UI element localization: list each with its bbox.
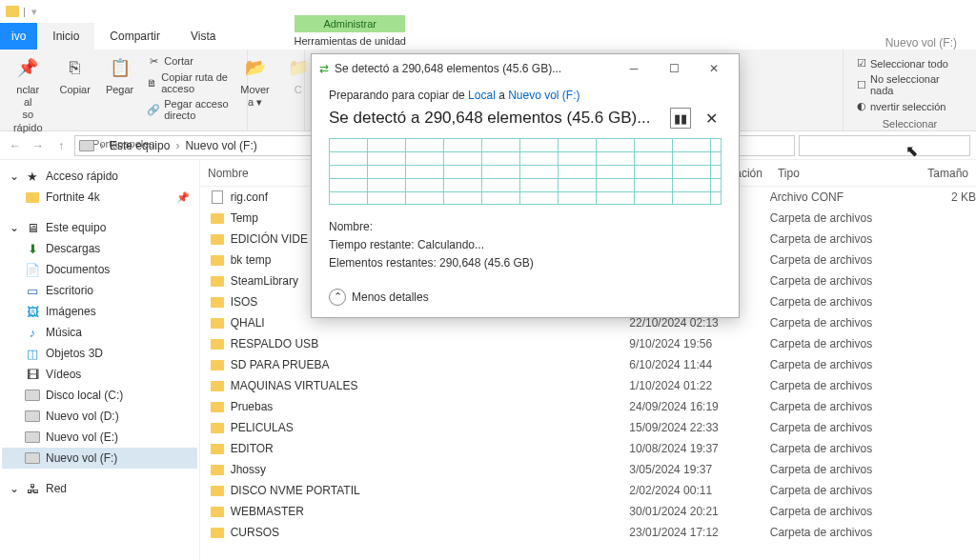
crumb-root[interactable]: Este equipo [110, 139, 170, 152]
info-remaining: Elementos restantes: 290,648 (45.6 GB) [329, 254, 722, 272]
select-all-icon: ☑ [857, 57, 866, 70]
progress-graph [329, 138, 722, 205]
file-name: DISCO NVME PORTATIL [227, 484, 630, 497]
minimize-button[interactable]: ─ [617, 54, 651, 83]
table-row[interactable]: RESPALDO USB9/10/2024 19:56Carpeta de ar… [200, 333, 976, 354]
c-label: C [295, 84, 302, 96]
folder-icon [6, 6, 19, 17]
file-type: Carpeta de archivos [770, 484, 910, 497]
col-type[interactable]: Tipo [770, 167, 910, 180]
sidebar-label: Nuevo vol (F:) [46, 451, 117, 465]
copy-button[interactable]: ⎘ Copiar [55, 53, 93, 98]
dest-link[interactable]: Nuevo vol (F:) [508, 89, 580, 102]
file-icon [212, 190, 223, 204]
forward-button[interactable]: → [29, 136, 48, 155]
col-size[interactable]: Tamaño [910, 167, 976, 180]
chevron-down-icon[interactable]: ▾ [31, 6, 37, 18]
sidebar-downloads[interactable]: ⬇Descargas [2, 238, 197, 259]
sidebar-videos[interactable]: 🎞Vídeos [2, 364, 197, 385]
file-type: Carpeta de archivos [770, 379, 910, 392]
folder-icon [211, 297, 224, 308]
sidebar-3d[interactable]: ◫Objetos 3D [2, 343, 197, 364]
pause-button[interactable]: ▮▮ [670, 108, 691, 129]
select-none-button[interactable]: ☐No seleccionar nada [857, 73, 963, 96]
file-date: 9/10/2024 19:56 [629, 337, 769, 350]
sidebar-images[interactable]: 🖼Imágenes [2, 301, 197, 322]
file-type: Carpeta de archivos [770, 211, 910, 225]
crumb-drive[interactable]: Nuevo vol (F:) [185, 139, 256, 152]
copy-path-button[interactable]: 🗎Copiar ruta de acceso [145, 70, 239, 95]
select-invert-button[interactable]: ◐nvertir selección [857, 100, 963, 112]
sidebar-network[interactable]: ⌄🖧Red [2, 478, 197, 499]
cancel-button[interactable]: ✕ [701, 108, 722, 129]
less-details-button[interactable]: ⌃ Menos detalles [329, 289, 722, 306]
cut-button[interactable]: ✂Cortar [145, 53, 239, 69]
table-row[interactable]: Jhossy3/05/2024 19:37Carpeta de archivos [200, 459, 976, 480]
table-row[interactable]: EDITOR10/08/2024 19:37Carpeta de archivo… [200, 438, 976, 459]
paste-shortcut-label: Pegar acceso directo [164, 98, 237, 121]
file-name: WEBMASTER [227, 505, 630, 518]
pin-button[interactable]: 📌 nclar al so rápido [8, 53, 48, 136]
table-row[interactable]: WEBMASTER30/01/2024 20:21Carpeta de arch… [200, 501, 976, 522]
paste-shortcut-button[interactable]: 🔗Pegar acceso directo [145, 97, 239, 122]
document-icon: 📄 [25, 263, 40, 276]
file-type: Carpeta de archivos [770, 295, 910, 309]
tab-inicio[interactable]: Inicio [37, 23, 94, 50]
move-button[interactable]: 📂 Mover a ▾ [236, 53, 274, 110]
folder-icon [211, 360, 224, 370]
sidebar-disk-d[interactable]: Nuevo vol (D:) [2, 406, 197, 427]
select-invert-icon: ◐ [857, 100, 866, 112]
file-date: 1/10/2024 01:22 [629, 379, 769, 392]
sidebar-label: Disco local (C:) [46, 389, 123, 402]
sidebar-item-fortnite[interactable]: Fortnite 4k📌 [2, 187, 197, 208]
c-icon: 📁 [285, 55, 312, 82]
pin-icon: 📌 [176, 191, 190, 204]
tab-vista[interactable]: Vista [175, 23, 231, 50]
less-details-label: Menos detalles [352, 290, 429, 304]
drive-icon [79, 140, 94, 151]
table-row[interactable]: CURSOS23/01/2024 17:12Carpeta de archivo… [200, 522, 976, 543]
table-row[interactable]: PELICULAS15/09/2024 22:33Carpeta de arch… [200, 417, 976, 438]
folder-icon [211, 444, 224, 454]
sidebar-label: Documentos [46, 263, 110, 276]
file-type: Carpeta de archivos [770, 274, 910, 288]
file-date: 2/02/2024 00:11 [629, 484, 769, 497]
file-type: Carpeta de archivos [770, 253, 910, 267]
table-row[interactable]: Pruebas24/09/2024 16:19Carpeta de archiv… [200, 396, 976, 417]
select-all-button[interactable]: ☑Seleccionar todo [857, 57, 963, 70]
sidebar-documents[interactable]: 📄Documentos [2, 259, 197, 280]
file-date: 15/09/2024 22:33 [629, 421, 769, 434]
paste-button[interactable]: 📋 Pegar [102, 53, 137, 98]
sidebar-desktop[interactable]: ▭Escritorio [2, 280, 197, 301]
tab-archivo[interactable]: ivo [0, 23, 37, 50]
copy-dialog: ⇄ Se detectó a 290,648 elementos (45.6 G… [311, 53, 740, 318]
sidebar-disk-e[interactable]: Nuevo vol (E:) [2, 427, 197, 448]
close-button[interactable]: ✕ [697, 54, 731, 83]
sidebar-quick-access[interactable]: ⌄★Acceso rápido [2, 166, 197, 187]
search-input[interactable] [799, 135, 970, 156]
file-type: Carpeta de archivos [770, 526, 910, 539]
up-button[interactable]: ↑ [51, 136, 71, 155]
folder-icon [26, 192, 39, 203]
tab-administrar[interactable]: Administrar Herramientas de unidad [289, 15, 412, 50]
file-date: 30/01/2024 20:21 [629, 505, 769, 518]
sidebar-this-pc[interactable]: ⌄🖥Este equipo [2, 217, 197, 238]
copy-path-label: Copiar ruta de acceso [161, 71, 237, 94]
sidebar-music[interactable]: ♪Música [2, 322, 197, 343]
folder-icon [211, 255, 224, 266]
copy-label: Copiar [59, 84, 90, 96]
table-row[interactable]: SD PARA PRUEBA6/10/2024 11:44Carpeta de … [200, 354, 976, 375]
sidebar-label: Nuevo vol (E:) [46, 430, 118, 444]
table-row[interactable]: DISCO NVME PORTATIL2/02/2024 00:11Carpet… [200, 480, 976, 501]
info-name: Nombre: [329, 218, 722, 236]
maximize-button[interactable]: ☐ [657, 54, 691, 83]
back-button[interactable]: ← [6, 136, 25, 155]
sidebar-disk-c[interactable]: Disco local (C:) [2, 385, 197, 406]
select-all-label: Seleccionar todo [870, 58, 948, 70]
file-date: 6/10/2024 11:44 [629, 358, 769, 371]
table-row[interactable]: MAQUINAS VIRTUALES1/10/2024 01:22Carpeta… [200, 375, 976, 396]
source-link[interactable]: Local [468, 89, 496, 102]
dialog-titlebar[interactable]: ⇄ Se detectó a 290,648 elementos (45.6 G… [312, 54, 739, 83]
sidebar-disk-f[interactable]: Nuevo vol (F:) [2, 448, 197, 469]
tab-compartir[interactable]: Compartir [94, 23, 175, 50]
